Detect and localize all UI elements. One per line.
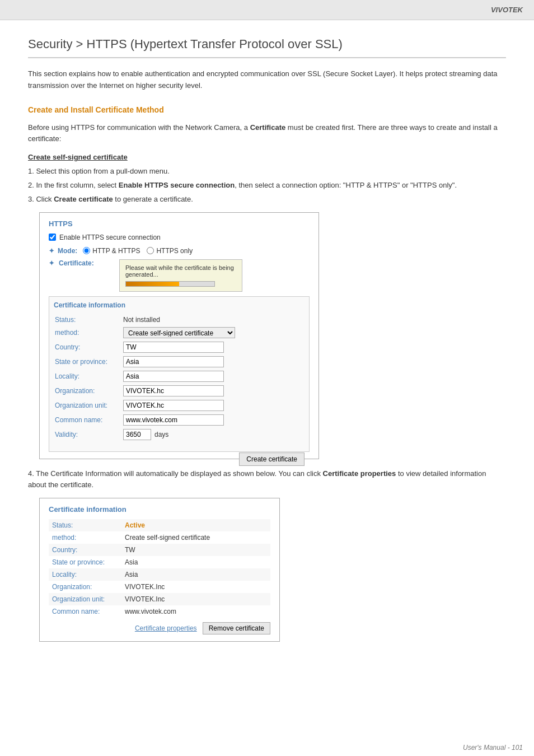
table-row: Locality: Asia [49, 568, 270, 581]
locality-input[interactable] [123, 371, 224, 382]
table-row: Organization: VIVOTEK.Inc [49, 581, 270, 593]
state2-label: State or province: [49, 556, 121, 568]
table-row: Common name: www.vivotek.com [49, 605, 270, 618]
step-2: 2. In the first column, select Enable HT… [28, 180, 506, 192]
org-label: Organization: [55, 384, 122, 398]
step-4-text: 4. The Certificate Information will auto… [28, 468, 506, 492]
cert-section: ✦ Certificate: [49, 259, 104, 267]
locality2-value: Asia [121, 568, 270, 581]
mode-section: ✦ Mode: HTTP & HTTPS HTTPS only [49, 247, 310, 255]
enable-https-checkbox[interactable] [49, 234, 56, 241]
popup-box: Please wait while the certificate is bei… [119, 259, 242, 292]
common-name2-label: Common name: [49, 605, 121, 618]
org-unit2-value: VIVOTEK.Inc [121, 593, 270, 605]
status2-label: Status: [49, 519, 121, 531]
common-name-input[interactable] [123, 414, 224, 426]
validity-value: days [123, 428, 303, 441]
validity-row: days [123, 429, 303, 440]
state-input[interactable] [123, 356, 224, 367]
country-label: Country: [55, 340, 122, 354]
common-name-label: Common name: [55, 413, 122, 427]
table-row: Locality: [55, 370, 303, 383]
certificate-properties-link[interactable]: Certificate properties [135, 624, 197, 632]
validity-label: Validity: [55, 428, 122, 441]
footer-bar: User's Manual - 101 [452, 739, 534, 756]
cert-info-table: Status: Not installed method: Create sel… [54, 314, 305, 442]
org-unit-input[interactable] [123, 400, 224, 411]
validity-input[interactable] [123, 429, 151, 440]
table-row: Organization: [55, 384, 303, 398]
create-certificate-button[interactable]: Create certificate [239, 452, 305, 466]
table-row: Country: TW [49, 544, 270, 556]
status-label: Status: [55, 315, 122, 325]
state2-value: Asia [121, 556, 270, 568]
org-unit-label: Organization unit: [55, 399, 122, 412]
table-row: Organization unit: VIVOTEK.Inc [49, 593, 270, 605]
table-row: method: Create self-signed certificate [49, 531, 270, 544]
enable-https-label: Enable HTTPS secure connection [59, 234, 161, 241]
table-row: State or province: Asia [49, 556, 270, 568]
radio-options: HTTP & HTTPS HTTPS only [83, 247, 193, 255]
status-value: Not installed [123, 315, 303, 325]
remove-certificate-button[interactable]: Remove certificate [203, 622, 270, 634]
progress-bar [125, 281, 215, 287]
cert-info-box2-table: Status: Active method: Create self-signe… [49, 519, 270, 618]
org2-value: VIVOTEK.Inc [121, 581, 270, 593]
steps-list: 1. Select this option from a pull-down m… [28, 166, 506, 205]
org-unit2-label: Organization unit: [49, 593, 121, 605]
cert-info-box2: Certificate information Status: Active m… [39, 498, 280, 642]
table-row: method: Create self-signed certificate [55, 326, 303, 339]
state-label: State or province: [55, 355, 122, 368]
country2-label: Country: [49, 544, 121, 556]
table-row: State or province: [55, 355, 303, 368]
method-value: Create self-signed certificate [123, 326, 303, 339]
org-unit-value [123, 399, 303, 412]
days-label: days [154, 431, 168, 438]
section-heading: Create and Install Certificate Method [28, 105, 506, 114]
brand-label: VIVOTEK [491, 6, 523, 14]
main-content: Security > HTTPS (Hypertext Transfer Pro… [0, 20, 534, 673]
https-only-radio[interactable] [147, 247, 154, 254]
country-input[interactable] [123, 342, 224, 353]
mode-label: Mode: [58, 247, 77, 255]
table-row: Country: [55, 340, 303, 354]
http-https-option: HTTP & HTTPS [83, 247, 140, 255]
cert-info-title: Certificate information [54, 301, 305, 309]
table-row: Validity: days [55, 428, 303, 441]
top-bar: VIVOTEK [0, 0, 534, 20]
org-input[interactable] [123, 385, 224, 396]
page-wrapper: VIVOTEK Security > HTTPS (Hypertext Tran… [0, 0, 534, 756]
common-name2-value: www.vivotek.com [121, 605, 270, 618]
table-row: Status: Not installed [55, 315, 303, 325]
step-1: 1. Select this option from a pull-down m… [28, 166, 506, 178]
https-only-label: HTTPS only [156, 247, 193, 255]
popup-text: Please wait while the certificate is bei… [125, 264, 234, 278]
subsection-heading: Create self-signed certificate [28, 153, 506, 161]
method2-label: method: [49, 531, 121, 544]
status2-value: Active [121, 519, 270, 531]
locality-label: Locality: [55, 370, 122, 383]
progress-bar-fill [126, 282, 179, 286]
cert-label: Certificate: [59, 259, 104, 267]
active-status: Active [125, 521, 145, 529]
box2-footer: Certificate properties Remove certificat… [49, 622, 270, 634]
locality-value [123, 370, 303, 383]
http-https-label: HTTP & HTTPS [92, 247, 140, 255]
https-box: HTTPS Enable HTTPS secure connection ✦ M… [39, 212, 319, 459]
table-row: Common name: [55, 413, 303, 427]
http-https-radio[interactable] [83, 247, 90, 254]
table-row: Status: Active [49, 519, 270, 531]
country-value [123, 340, 303, 354]
org2-label: Organization: [49, 581, 121, 593]
intro-text: This section explains how to enable auth… [28, 68, 506, 92]
table-row: Organization unit: [55, 399, 303, 412]
page-title: Security > HTTPS (Hypertext Transfer Pro… [28, 37, 506, 58]
country2-value: TW [121, 544, 270, 556]
method-dropdown[interactable]: Create self-signed certificate [123, 327, 235, 338]
body-text: Before using HTTPS for communication wit… [28, 122, 506, 146]
page-title-text: Security > HTTPS (Hypertext Transfer Pro… [28, 37, 343, 51]
https-only-option: HTTPS only [147, 247, 193, 255]
footer-text: User's Manual - 101 [463, 744, 523, 752]
method2-value: Create self-signed certificate [121, 531, 270, 544]
step-3: 3. Click Create certificate to generate … [28, 194, 506, 206]
